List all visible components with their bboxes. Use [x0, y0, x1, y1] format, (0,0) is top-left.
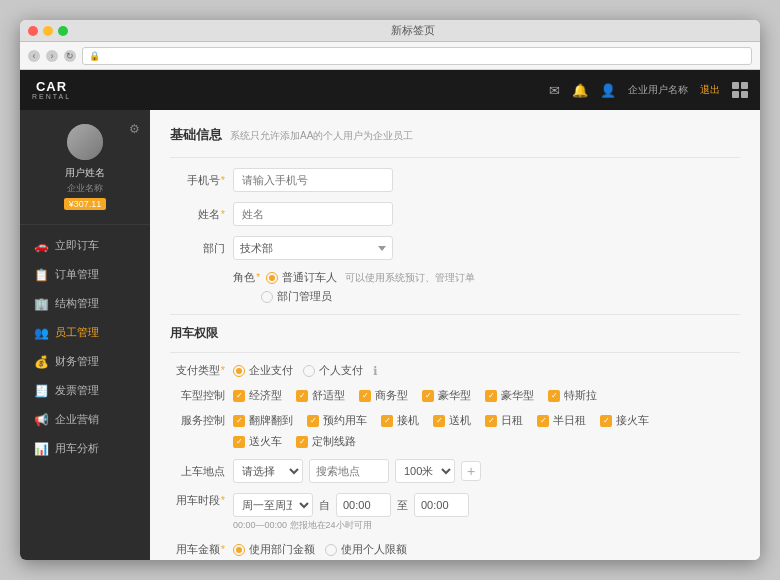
checkbox-luxury[interactable]: [422, 390, 434, 402]
checkbox-premium[interactable]: [485, 390, 497, 402]
car-type-tesla[interactable]: 特斯拉: [548, 388, 597, 403]
radio-enterprise[interactable]: [233, 365, 245, 377]
sidebar-item-label: 企业营销: [55, 412, 99, 427]
sidebar-item-marketing[interactable]: 📢 企业营销: [20, 405, 150, 434]
payment-label: 支付类型*: [170, 363, 225, 378]
car-type-economy[interactable]: 经济型: [233, 388, 282, 403]
add-location-button[interactable]: +: [461, 461, 481, 481]
sidebar-item-label: 结构管理: [55, 296, 99, 311]
checkbox-tesla[interactable]: [548, 390, 560, 402]
close-button[interactable]: [28, 26, 38, 36]
amount-personal[interactable]: 使用个人限额: [325, 542, 407, 557]
payment-personal-label: 个人支付: [319, 363, 363, 378]
divider-car: [170, 314, 740, 315]
service-pickup[interactable]: 接机: [381, 413, 419, 428]
logout-button[interactable]: 退出: [700, 83, 720, 97]
checkbox-pickup[interactable]: [381, 415, 393, 427]
checkbox-daily[interactable]: [485, 415, 497, 427]
sidebar-item-order-manage[interactable]: 📋 订单管理: [20, 260, 150, 289]
invoice-icon: 🧾: [34, 384, 48, 398]
pickup-select[interactable]: 请选择: [233, 459, 303, 483]
amount-dept[interactable]: 使用部门金额: [233, 542, 315, 557]
role-option-manager[interactable]: 部门管理员: [261, 289, 332, 304]
week-select[interactable]: 周一至周五 周一至周日: [233, 493, 313, 517]
envelope-icon[interactable]: ✉: [549, 83, 560, 98]
time-from-input[interactable]: [336, 493, 391, 517]
dept-row: 部门 技术部 市场部 运营部: [170, 236, 740, 260]
checkbox-dropoff[interactable]: [433, 415, 445, 427]
maximize-button[interactable]: [58, 26, 68, 36]
grid-icon[interactable]: [732, 82, 748, 98]
checkbox-halfdaily[interactable]: [537, 415, 549, 427]
service-flip[interactable]: 翻牌翻到: [233, 413, 293, 428]
forward-button[interactable]: ›: [46, 50, 58, 62]
bell-icon[interactable]: 🔔: [572, 83, 588, 98]
sidebar-item-order-car[interactable]: 🚗 立即订车: [20, 231, 150, 260]
top-nav-right: ✉ 🔔 👤 企业用户名称 退出: [549, 82, 748, 98]
phone-input[interactable]: [233, 168, 393, 192]
sidebar-item-invoice[interactable]: 🧾 发票管理: [20, 376, 150, 405]
url-bar[interactable]: 🔒: [82, 47, 752, 65]
pickup-location-input[interactable]: [309, 459, 389, 483]
service-custom[interactable]: 定制线路: [296, 434, 356, 449]
checkbox-flip[interactable]: [233, 415, 245, 427]
checkbox-business[interactable]: [359, 390, 371, 402]
radio-dept-amount[interactable]: [233, 544, 245, 556]
radio-personal-amount[interactable]: [325, 544, 337, 556]
minimize-button[interactable]: [43, 26, 53, 36]
service-halfdaily[interactable]: 半日租: [537, 413, 586, 428]
radio-normal[interactable]: [266, 272, 278, 284]
back-button[interactable]: ‹: [28, 50, 40, 62]
checkbox-custom[interactable]: [296, 436, 308, 448]
role-normal-label: 普通订车人: [282, 270, 337, 285]
time-hint: 00:00—00:00 您报地在24小时可用: [233, 519, 469, 532]
time-to-input[interactable]: [414, 493, 469, 517]
dept-select[interactable]: 技术部 市场部 运营部: [233, 236, 393, 260]
sidebar-item-structure[interactable]: 🏢 结构管理: [20, 289, 150, 318]
sidebar-item-label: 财务管理: [55, 354, 99, 369]
sidebar-item-label: 订单管理: [55, 267, 99, 282]
car-limit-title: 用车权限: [170, 325, 740, 342]
service-control-label: 服务控制: [170, 413, 225, 428]
payment-personal[interactable]: 个人支付: [303, 363, 363, 378]
settings-icon[interactable]: ⚙: [129, 122, 140, 136]
to-label: 至: [397, 498, 408, 513]
sidebar: ⚙ 用户姓名 企业名称 ¥307.11 🚗 立即订车: [20, 110, 150, 560]
name-input[interactable]: [233, 202, 393, 226]
amount-dept-label: 使用部门金额: [249, 542, 315, 557]
checkbox-prebook[interactable]: [307, 415, 319, 427]
checkbox-economy[interactable]: [233, 390, 245, 402]
name-row: 姓名*: [170, 202, 740, 226]
service-train-dropoff[interactable]: 送火车: [233, 434, 282, 449]
top-user-text: 企业用户名称: [628, 83, 688, 97]
radio-personal[interactable]: [303, 365, 315, 377]
sidebar-item-label: 用车分析: [55, 441, 99, 456]
car-type-comfort[interactable]: 舒适型: [296, 388, 345, 403]
sidebar-item-analysis[interactable]: 📊 用车分析: [20, 434, 150, 463]
service-dropoff[interactable]: 送机: [433, 413, 471, 428]
amount-personal-label: 使用个人限额: [341, 542, 407, 557]
car-type-business[interactable]: 商务型: [359, 388, 408, 403]
service-train-pickup[interactable]: 接火车: [600, 413, 649, 428]
sidebar-item-finance[interactable]: 💰 财务管理: [20, 347, 150, 376]
service-daily[interactable]: 日租: [485, 413, 523, 428]
car-type-premium[interactable]: 豪华型: [485, 388, 534, 403]
section-title: 基础信息: [170, 126, 222, 144]
time-label: 用车时段*: [170, 493, 225, 508]
checkbox-comfort[interactable]: [296, 390, 308, 402]
sidebar-item-employee[interactable]: 👥 员工管理: [20, 318, 150, 347]
radio-manager[interactable]: [261, 291, 273, 303]
checkbox-train-pickup[interactable]: [600, 415, 612, 427]
sidebar-item-label: 发票管理: [55, 383, 99, 398]
payment-enterprise[interactable]: 企业支付: [233, 363, 293, 378]
distance-select[interactable]: 100米 200米 500米: [395, 459, 455, 483]
user-icon[interactable]: 👤: [600, 83, 616, 98]
refresh-button[interactable]: ↻: [64, 50, 76, 62]
info-icon[interactable]: ℹ: [373, 364, 378, 378]
role-option-normal[interactable]: 普通订车人 可以使用系统预订、管理订单: [266, 270, 475, 285]
service-prebook[interactable]: 预约用车: [307, 413, 367, 428]
car-type-luxury[interactable]: 豪华型: [422, 388, 471, 403]
sidebar-user-name: 用户姓名: [65, 166, 105, 180]
payment-enterprise-label: 企业支付: [249, 363, 293, 378]
checkbox-train-dropoff[interactable]: [233, 436, 245, 448]
